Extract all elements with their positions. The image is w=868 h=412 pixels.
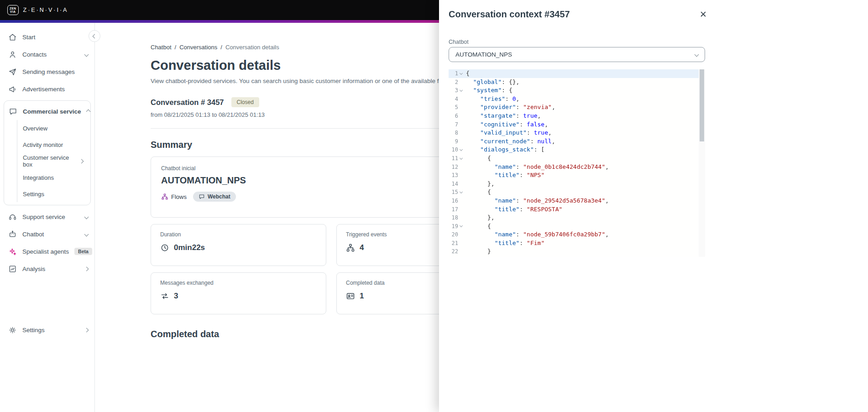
- sidebar-item-label: Advertisements: [22, 86, 88, 93]
- flows-tag-label: Flows: [171, 193, 187, 200]
- line-number: 18: [452, 214, 458, 222]
- line-number: 20: [452, 230, 458, 239]
- editor-line[interactable]: 9 "current_node": null,: [449, 137, 705, 146]
- fold-icon[interactable]: [458, 149, 464, 151]
- close-icon[interactable]: ✕: [697, 8, 709, 20]
- line-number: 21: [452, 239, 458, 248]
- fold-icon[interactable]: [458, 192, 464, 193]
- sidebar-item-analysis[interactable]: Analysis: [0, 260, 94, 277]
- line-number: 12: [452, 163, 458, 172]
- chevron-right-icon: [84, 266, 89, 271]
- sidebar-item-activity-monitor[interactable]: Activity monitor: [17, 136, 90, 153]
- sidebar-item-integrations[interactable]: Integrations: [17, 169, 90, 186]
- paper-plane-icon: [8, 68, 17, 76]
- editor-gutter: 7: [449, 120, 464, 129]
- sidebar-item-customer-service-box[interactable]: Customer service box: [17, 153, 90, 169]
- editor-line[interactable]: 19 {: [449, 222, 705, 231]
- editor-line[interactable]: 15 {: [449, 188, 705, 197]
- editor-line[interactable]: 11 {: [449, 154, 705, 163]
- editor-gutter: 14: [449, 180, 464, 188]
- editor-line[interactable]: 14 },: [449, 180, 705, 188]
- sidebar-item-settings-sub[interactable]: Settings: [17, 186, 90, 202]
- breadcrumb-separator: /: [175, 44, 177, 51]
- sidebar-item-label: Analysis: [22, 266, 79, 272]
- sidebar-item-start[interactable]: Start: [0, 28, 94, 46]
- editor-gutter: 22: [449, 247, 464, 256]
- sidebar-item-chatbot[interactable]: Chatbot: [0, 225, 94, 243]
- chevron-right-icon: [79, 159, 84, 163]
- editor-line[interactable]: 7 "cognitive": false,: [449, 120, 705, 129]
- breadcrumb-chatbot[interactable]: Chatbot: [151, 44, 172, 51]
- editor-line[interactable]: 13 "title": "NPS": [449, 171, 705, 180]
- line-number: 14: [452, 180, 458, 188]
- duration-card: Duration 0min22s: [151, 224, 326, 266]
- editor-gutter: 3: [449, 86, 464, 95]
- editor-lines: 1{2 "global": {},3 "system": {4 "tries":…: [449, 69, 705, 256]
- scrollbar-thumb[interactable]: [700, 69, 704, 141]
- editor-line[interactable]: 8 "valid_input": true,: [449, 129, 705, 137]
- sidebar-item-sending-messages[interactable]: Sending messages: [0, 63, 94, 80]
- line-number: 4: [455, 95, 458, 104]
- editor-scrollbar[interactable]: [699, 69, 705, 257]
- sidebar-item-advertisements[interactable]: Advertisements: [0, 80, 94, 98]
- editor-line[interactable]: 4 "tries": 0,: [449, 95, 705, 104]
- sidebar-item-contacts[interactable]: Contacts: [0, 46, 94, 63]
- code-line-text: "cognitive": false,: [464, 120, 548, 129]
- messages-exchanged-card: Messages exchanged 3: [151, 272, 326, 314]
- sidebar-item-label: Overview: [23, 125, 47, 132]
- chevron-down-icon: [84, 232, 89, 236]
- breadcrumb-conversations[interactable]: Conversations: [179, 44, 217, 51]
- code-line-text: {: [464, 69, 470, 78]
- line-number: 6: [455, 112, 458, 120]
- chat-bubble-icon: [199, 193, 205, 200]
- editor-line[interactable]: 20 "name": "node_59b7406fc0a29bb7",: [449, 230, 705, 239]
- chatbot-select[interactable]: AUTOMATION_NPS: [449, 47, 705, 62]
- code-line-text: "provider": "zenvia",: [464, 103, 555, 112]
- editor-line[interactable]: 6 "stargate": true,: [449, 112, 705, 120]
- fold-icon[interactable]: [458, 225, 464, 227]
- editor-line[interactable]: 3 "system": {: [449, 86, 705, 95]
- stat-value: 0min22s: [174, 243, 205, 252]
- stat-value: 3: [174, 292, 178, 301]
- editor-line[interactable]: 2 "global": {},: [449, 78, 705, 87]
- fold-icon[interactable]: [458, 90, 464, 91]
- code-line-text: "title": "NPS": [464, 171, 544, 180]
- home-icon: [8, 33, 17, 42]
- code-editor[interactable]: 1{2 "global": {},3 "system": {4 "tries":…: [449, 69, 705, 257]
- sidebar-item-support-service[interactable]: Support service: [0, 208, 94, 225]
- sidebar-collapse-button[interactable]: [89, 30, 100, 42]
- fold-icon[interactable]: [458, 158, 464, 159]
- editor-line[interactable]: 18 },: [449, 214, 705, 222]
- editor-gutter: 21: [449, 239, 464, 248]
- clock-icon: [160, 243, 169, 252]
- code-line-text: }: [464, 247, 491, 256]
- editor-line[interactable]: 12 "name": "node_0b1c8e424dc2b744",: [449, 163, 705, 172]
- editor-line[interactable]: 16 "name": "node_29542d5a5678a3e4",: [449, 197, 705, 205]
- code-line-text: "current_node": null,: [464, 137, 555, 146]
- sidebar-item-commercial-service[interactable]: Commercial service: [4, 103, 90, 120]
- line-number: 13: [452, 171, 458, 180]
- fold-icon[interactable]: [458, 73, 464, 74]
- sidebar-item-settings[interactable]: Settings: [0, 321, 94, 339]
- zenvia-logo-icon[interactable]: ZEN VIA: [7, 5, 19, 15]
- editor-line[interactable]: 10 "dialogs_stack": [: [449, 146, 705, 154]
- editor-gutter: 15: [449, 188, 464, 197]
- editor-gutter: 10: [449, 146, 464, 154]
- editor-line[interactable]: 22 }: [449, 247, 705, 256]
- status-badge: Closed: [231, 97, 259, 107]
- editor-line[interactable]: 1{: [449, 69, 705, 78]
- sidebar-item-overview[interactable]: Overview: [17, 120, 90, 136]
- sidebar-item-specialist-agents[interactable]: Specialist agents Beta: [0, 243, 94, 260]
- editor-line[interactable]: 21 "title": "Fim": [449, 239, 705, 248]
- line-number: 15: [452, 188, 458, 197]
- editor-gutter: 8: [449, 129, 464, 137]
- editor-line[interactable]: 17 "title": "RESPOSTA": [449, 205, 705, 214]
- conversation-heading: Conversation # 3457: [151, 98, 224, 107]
- editor-line[interactable]: 5 "provider": "zenvia",: [449, 103, 705, 112]
- sidebar: Start Contacts Sending messages Advertis…: [0, 23, 95, 412]
- code-line-text: "stargate": true,: [464, 112, 541, 120]
- chevron-down-icon: [84, 52, 89, 57]
- stat-label: Duration: [160, 231, 317, 238]
- logo-top-text: ZEN: [10, 7, 16, 10]
- brand-name[interactable]: Z·E·N·V·I·A: [23, 7, 68, 13]
